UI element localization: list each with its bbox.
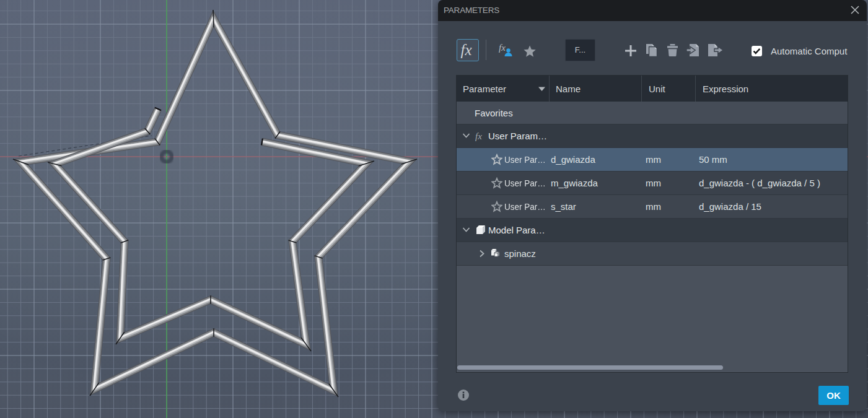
svg-text:fx: fx (461, 41, 472, 58)
svg-text:fx: fx (499, 43, 506, 53)
svg-text:fx: fx (475, 131, 482, 141)
